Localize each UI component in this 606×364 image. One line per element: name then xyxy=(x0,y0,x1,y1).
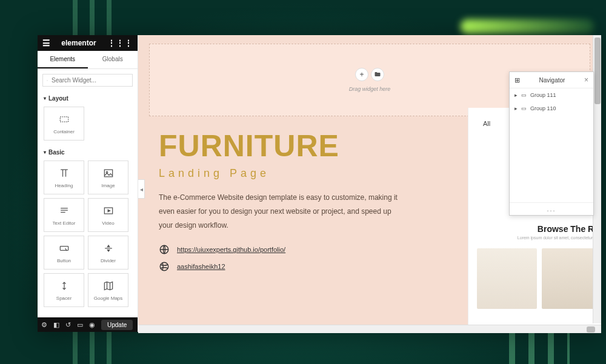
group-icon: ▭ xyxy=(521,105,527,111)
template-button[interactable] xyxy=(371,68,384,81)
widget-heading[interactable]: Heading xyxy=(44,160,84,194)
sidebar-header: ☰ elementor ⋮⋮⋮ xyxy=(38,35,138,51)
widget-image[interactable]: Image xyxy=(88,160,128,194)
hero-subtitle: Landing Page xyxy=(159,167,400,180)
canvas: ◂ + Drag widget here FURNITURE Landing P… xyxy=(138,35,601,332)
add-section-button[interactable]: + xyxy=(355,68,368,81)
navigator-title: Navigator xyxy=(520,77,584,84)
sidebar-tabs: Elements Globals xyxy=(38,51,138,69)
group-icon: ▭ xyxy=(521,92,527,98)
horizontal-scrollbar[interactable] xyxy=(138,325,601,333)
svg-point-12 xyxy=(160,263,168,271)
close-icon[interactable]: × xyxy=(584,76,588,84)
dribbble-icon xyxy=(159,261,170,272)
globe-icon xyxy=(159,244,170,255)
section-layout[interactable]: ▾Layout xyxy=(38,91,138,104)
text-editor-icon xyxy=(58,205,70,217)
svg-rect-9 xyxy=(60,246,68,250)
navigator-expand-icon[interactable]: ⊞ xyxy=(514,76,520,84)
section-basic[interactable]: ▾Basic xyxy=(38,145,138,158)
image-icon xyxy=(102,167,115,179)
sidebar: ☰ elementor ⋮⋮⋮ Elements Globals ▾Layout… xyxy=(38,35,138,332)
widget-spacer[interactable]: Spacer xyxy=(44,273,84,307)
spacer-icon xyxy=(58,280,70,292)
browse-title: Browse The Ra xyxy=(477,224,599,234)
elementor-app: ☰ elementor ⋮⋮⋮ Elements Globals ▾Layout… xyxy=(38,35,601,332)
chevron-down-icon: ▾ xyxy=(44,150,46,155)
widget-button[interactable]: Button xyxy=(44,236,84,270)
browse-desc: Lorem ipsum dolor sit amet, consectetur … xyxy=(477,236,599,240)
hero-title: FURNITURE xyxy=(159,131,400,161)
hero-body: The e-Commerce Website design template i… xyxy=(159,191,400,232)
hero-section: FURNITURE Landing Page The e-Commerce We… xyxy=(138,125,411,272)
widget-container[interactable]: Container xyxy=(44,107,84,141)
chevron-right-icon: ▸ xyxy=(514,105,518,111)
brand-label: elementor xyxy=(61,39,96,47)
heading-icon xyxy=(58,167,70,179)
svg-rect-3 xyxy=(104,170,112,177)
chevron-down-icon: ▾ xyxy=(44,96,46,101)
navigator-resize-handle[interactable]: ... xyxy=(510,202,593,215)
button-icon xyxy=(58,242,70,254)
folder-icon xyxy=(374,71,381,78)
widget-video[interactable]: Video xyxy=(88,198,128,232)
settings-icon[interactable]: ⚙ xyxy=(41,321,47,329)
widget-search[interactable] xyxy=(42,74,133,87)
tab-globals[interactable]: Globals xyxy=(88,51,138,68)
apps-icon[interactable]: ⋮⋮⋮ xyxy=(107,38,133,48)
history-icon[interactable]: ↺ xyxy=(65,321,71,329)
navigator-item[interactable]: ▸▭Group 111 xyxy=(510,88,593,102)
preview-icon[interactable]: ◉ xyxy=(89,321,95,329)
search-icon xyxy=(47,78,48,84)
layers-icon[interactable]: ◧ xyxy=(53,321,59,329)
widget-text-editor[interactable]: Text Editor xyxy=(44,198,84,232)
divider-icon xyxy=(102,242,115,254)
chevron-right-icon: ▸ xyxy=(514,92,518,98)
widget-divider[interactable]: Divider xyxy=(88,236,128,270)
video-icon xyxy=(102,205,115,217)
navigator-item[interactable]: ▸▭Group 110 xyxy=(510,102,593,115)
dropzone-hint: Drag widget here xyxy=(349,86,391,92)
navigator-panel: ⊞ Navigator × ▸▭Group 111 ▸▭Group 110 ..… xyxy=(509,71,594,216)
preview-image xyxy=(477,248,537,309)
portfolio-link[interactable]: https://uiuxexperts.github.io/portfolio/ xyxy=(177,246,285,253)
responsive-icon[interactable]: ▭ xyxy=(77,321,83,329)
search-input[interactable] xyxy=(52,77,128,84)
container-icon xyxy=(58,113,70,125)
svg-rect-2 xyxy=(60,116,68,121)
sidebar-collapse-handle[interactable]: ◂ xyxy=(138,179,145,199)
dribbble-link[interactable]: aashifasheikh12 xyxy=(177,263,225,270)
sidebar-footer: ⚙ ◧ ↺ ▭ ◉ Update ▴ xyxy=(38,317,138,332)
menu-icon[interactable]: ☰ xyxy=(42,38,50,48)
widget-google-maps[interactable]: Google Maps xyxy=(88,273,128,307)
tab-elements[interactable]: Elements xyxy=(38,51,88,68)
update-button[interactable]: Update xyxy=(101,320,133,330)
svg-point-0 xyxy=(47,80,47,81)
vertical-scrollbar[interactable] xyxy=(593,35,601,323)
map-icon xyxy=(102,280,115,292)
